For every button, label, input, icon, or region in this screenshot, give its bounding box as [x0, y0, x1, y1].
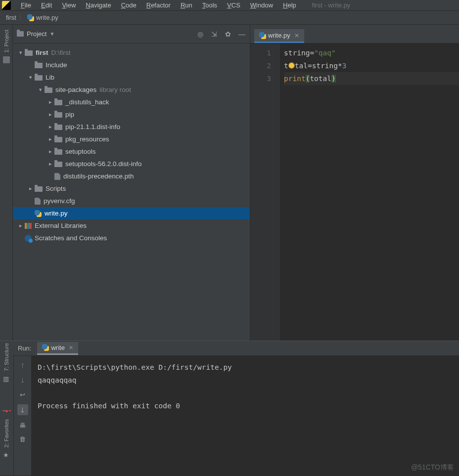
code-text-area[interactable]: string="qaq"ttal=string*3print(total): [280, 43, 459, 341]
chevron-down-icon[interactable]: [17, 49, 25, 56]
tree-item-label: Scripts: [46, 185, 66, 192]
tree-item-pyvenv-cfg[interactable]: pyvenv.cfg: [13, 195, 250, 207]
structure-tool-strip: 7: Structure ▥: [0, 341, 13, 410]
intention-bulb-icon[interactable]: [288, 62, 295, 69]
app-icon: [2, 1, 11, 10]
main-area: 1: Project Project ▼ ◎ ⇲ ✿ — firstD:\fir…: [0, 25, 459, 341]
chevron-right-icon[interactable]: [17, 222, 25, 229]
tree-item-label: pkg_resources: [65, 135, 109, 143]
tree-item-setuptools-56-2-0-dist-info[interactable]: setuptools-56.2.0.dist-info: [13, 158, 250, 170]
run-tab-label: write: [51, 344, 64, 351]
print-icon[interactable]: 🖶: [19, 421, 27, 429]
breadcrumb-separator: 〉: [18, 13, 25, 22]
chevron-right-icon[interactable]: [46, 161, 54, 167]
tree-item-write-py[interactable]: write.py: [13, 207, 250, 219]
editor-tab-bar: write.py ✕: [250, 25, 459, 43]
clear-all-icon[interactable]: 🗑: [19, 435, 27, 443]
chevron-right-icon[interactable]: [46, 136, 54, 142]
token-kw: print: [284, 75, 306, 83]
run-header: Run: write ✕: [0, 341, 459, 356]
menu-navigate[interactable]: Navigate: [81, 1, 116, 9]
tree-item-distutils-precedence-pth[interactable]: distutils-precedence.pth: [13, 170, 250, 182]
menu-window[interactable]: Window: [245, 1, 278, 9]
locate-icon[interactable]: ◎: [196, 30, 204, 38]
menu-help[interactable]: Help: [278, 1, 301, 9]
tree-item-scripts[interactable]: Scripts: [13, 182, 250, 195]
token-id: string: [284, 49, 310, 57]
favorites-tool-button[interactable]: 2: Favorites: [3, 419, 9, 447]
code-line[interactable]: string="qaq": [284, 46, 459, 59]
tree-item-scratches-and-consoles[interactable]: Scratches and Consoles: [13, 232, 250, 244]
lib-icon: [25, 223, 32, 229]
project-panel: Project ▼ ◎ ⇲ ✿ — firstD:\firstIncludeLi…: [13, 25, 250, 341]
project-tool-button[interactable]: 1: Project: [3, 30, 9, 52]
editor-body[interactable]: 123 string="qaq"ttal=string*3print(total…: [250, 43, 459, 341]
token-id: tal: [295, 62, 308, 70]
project-view-icon: [17, 31, 24, 37]
menu-refactor[interactable]: Refactor: [141, 1, 176, 9]
tree-item-label: pip: [65, 111, 74, 118]
scroll-to-end-icon[interactable]: ⤓: [17, 404, 28, 415]
menu-run[interactable]: Run: [176, 1, 197, 9]
tree-item-label: Lib: [46, 74, 54, 81]
tree-item-label: pyvenv.cfg: [44, 197, 75, 205]
chevron-right-icon[interactable]: [46, 99, 54, 105]
run-console-output[interactable]: D:\first\Scripts\python.exe D:/first/wri…: [32, 356, 459, 476]
close-tab-icon[interactable]: ✕: [294, 32, 299, 39]
tree-item-label: Scratches and Consoles: [35, 234, 107, 242]
chevron-right-icon[interactable]: [27, 185, 35, 192]
project-view-dropdown-icon[interactable]: ▼: [49, 31, 54, 37]
menu-edit[interactable]: Edit: [36, 1, 57, 9]
close-run-tab-icon[interactable]: ✕: [69, 345, 73, 351]
project-panel-title[interactable]: Project: [27, 30, 46, 38]
tree-item-hint: D:\first: [51, 49, 71, 56]
token-str: "qaq": [314, 49, 336, 57]
run-tab-write[interactable]: write ✕: [37, 342, 78, 355]
settings-gear-icon[interactable]: ✿: [224, 30, 232, 38]
tree-item-include[interactable]: Include: [13, 59, 250, 71]
hide-panel-icon[interactable]: —: [238, 30, 246, 38]
menu-vcs[interactable]: VCS: [222, 1, 245, 9]
token-id: total: [310, 75, 331, 83]
run-body: 📌 ↑ ↓ ↩ ⤓ 🖶 🗑 D:\first\Scripts\python.ex…: [0, 356, 459, 476]
tree-item-pkg-resources[interactable]: pkg_resources: [13, 133, 250, 145]
breadcrumb-project[interactable]: first: [6, 14, 16, 21]
soft-wrap-icon[interactable]: ↩: [19, 390, 27, 398]
menu-tools[interactable]: Tools: [197, 1, 222, 9]
menu-code[interactable]: Code: [116, 1, 141, 9]
tree-item-site-packages[interactable]: site-packageslibrary root: [13, 84, 250, 96]
chevron-down-icon[interactable]: [37, 87, 45, 93]
run-output-toolbar: ↑ ↓ ↩ ⤓ 🖶 🗑: [14, 356, 32, 476]
chevron-down-icon[interactable]: [27, 74, 35, 81]
expand-all-icon[interactable]: ⇲: [210, 30, 218, 38]
menu-view[interactable]: View: [57, 1, 81, 9]
up-stack-icon[interactable]: ↑: [21, 361, 25, 370]
chevron-right-icon[interactable]: [46, 148, 54, 155]
code-line[interactable]: print(total): [284, 72, 459, 85]
folder-icon: [54, 137, 62, 142]
code-editor: write.py ✕ 123 string="qaq"ttal=string*3…: [250, 25, 459, 341]
project-tree[interactable]: firstD:\firstIncludeLibsite-packageslibr…: [13, 43, 250, 247]
run-tool-window: Run: write ✕ 📌 ↑ ↓ ↩ ⤓ 🖶 🗑 D:\first\Scri…: [0, 341, 459, 476]
folder-icon: [54, 100, 62, 105]
tree-item-pip[interactable]: pip: [13, 108, 250, 121]
down-stack-icon[interactable]: ↓: [21, 376, 25, 385]
breadcrumb-file[interactable]: write.py: [36, 14, 58, 21]
tree-item-external-libraries[interactable]: External Libraries: [13, 219, 250, 232]
menu-file[interactable]: File: [16, 1, 36, 9]
chevron-right-icon[interactable]: [46, 111, 54, 118]
code-line[interactable]: ttal=string*3: [284, 59, 459, 72]
tree-item-pip-21-1-1-dist-info[interactable]: pip-21.1.1.dist-info: [13, 121, 250, 133]
structure-tool-button[interactable]: 7: Structure: [3, 343, 9, 371]
folder-icon: [35, 75, 43, 81]
editor-tab-write-py[interactable]: write.py ✕: [254, 29, 304, 43]
tree-item-lib[interactable]: Lib: [13, 71, 250, 84]
line-number: 2: [250, 59, 271, 72]
editor-tab-label: write.py: [268, 32, 290, 39]
tree-item--distutils-hack[interactable]: _distutils_hack: [13, 96, 250, 108]
tree-item-setuptools[interactable]: setuptools: [13, 145, 250, 158]
tree-item-first[interactable]: firstD:\first: [13, 46, 250, 59]
line-number: 3: [250, 72, 271, 85]
chevron-right-icon[interactable]: [46, 124, 54, 130]
tree-item-label: pip-21.1.1.dist-info: [65, 123, 120, 130]
